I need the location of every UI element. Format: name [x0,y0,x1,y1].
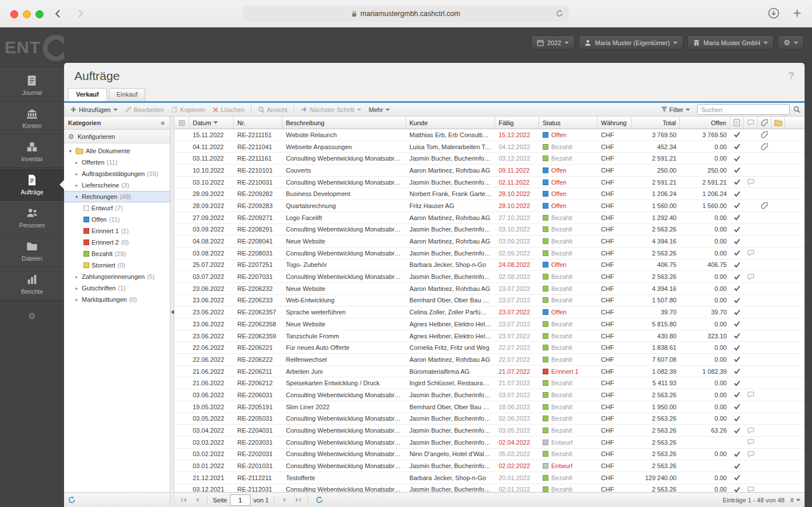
tree-item-erinnert-1[interactable]: Erinnert 1(1) [64,225,170,237]
reload-button[interactable] [556,10,563,19]
view-button[interactable]: Ansicht [254,106,291,114]
table-row[interactable]: 23.06.2022RE-2206233Web-EntwicklungBernh… [174,295,805,307]
filter-button[interactable]: Filter [658,106,694,114]
close-window-button[interactable] [10,10,18,18]
add-button[interactable]: Hinzufügen [67,106,121,114]
tree-item-gutschriften[interactable]: ▸Gutschriften(1) [64,282,170,294]
next-step-button[interactable]: Nächster Schritt [297,106,365,114]
column-header-waehrung[interactable]: Währung [598,117,632,129]
table-row[interactable]: 21.06.2022RE-2206211Arbeiten JuniBüromat… [174,366,805,378]
collapse-panel-button[interactable]: « [160,119,166,127]
table-row[interactable]: 10.10.2022RE-2210101CouvertsAaron Martin… [174,165,805,177]
grid-options-header[interactable] [174,117,189,129]
table-row[interactable]: 21.06.2022RE-2206212Speisekarten Entwick… [174,377,805,389]
sidebar-settings-button[interactable]: ⚙ [0,311,64,321]
table-row[interactable]: 03.12.2021RE-2112031Consulting Webentwic… [174,484,805,492]
tree-item-zahlungserinnerungen[interactable]: ▸Zahlungserinnerungen(5) [64,271,170,282]
column-header-datum[interactable]: Datum [189,117,234,129]
table-row[interactable]: 03.09.2022RE-2208291Consulting Webentwic… [174,224,805,236]
fiscal-year-button[interactable]: 2022 [531,35,575,50]
downloads-button[interactable] [767,7,780,22]
tab-verkauf[interactable]: Verkauf [68,88,107,101]
table-row[interactable]: 21.12.2021RE-2112211TestofferteBarbara J… [174,472,805,484]
tree-item-lieferscheine[interactable]: ▸Lieferscheine(3) [64,179,170,191]
row-number-menu-button[interactable]: # [790,497,801,504]
table-row[interactable]: 03.03.2022RE-2203031Consulting Webentwic… [174,437,805,449]
tree-item-entwurf[interactable]: Entwurf(7) [64,202,170,214]
settings-menu-button[interactable]: ⚙ [778,35,804,50]
panel-splitter[interactable] [170,117,174,507]
tree-item-alle-dokumente[interactable]: ▾Alle Dokumente [64,145,170,157]
table-row[interactable]: 03.06.2022RE-2206031Consulting Webentwic… [174,389,805,401]
column-header-nr[interactable]: Nr. [234,117,282,129]
column-header-comments[interactable] [744,117,758,129]
table-row[interactable]: 03.01.2022RE-2201031Consulting Webentwic… [174,460,805,472]
help-button[interactable]: ? [789,70,794,82]
tree-item-rechnungen[interactable]: ▾Rechnungen(48) [64,191,170,202]
search-button[interactable] [793,106,801,113]
column-header-attachments[interactable] [758,117,771,129]
column-header-booked[interactable] [730,117,744,129]
company-menu-button[interactable]: Maria Muster GmbH [687,35,774,50]
copy-button[interactable]: Kopieren [168,106,209,114]
table-row[interactable]: 03.05.2022RE-2205031Consulting Webentwic… [174,413,805,425]
new-tab-button[interactable] [793,9,802,20]
configure-button[interactable]: ⚙ Konfigurieren [64,130,170,143]
column-header-dossier[interactable] [771,117,785,129]
column-header-status[interactable]: Status [539,117,598,129]
sidebar-item-journal[interactable]: Journal [0,69,64,102]
table-row[interactable]: 15.11.2022RE-2211151Website RelaunchMatt… [174,129,805,141]
collapse-left-icon[interactable] [171,310,174,314]
delete-button[interactable]: Löschen [209,106,248,114]
refresh-button[interactable] [314,495,324,505]
edit-button[interactable]: Bearbeiten [122,106,168,114]
back-button[interactable] [50,6,65,21]
forward-button[interactable] [73,6,88,21]
table-row[interactable]: 27.09.2022RE-2209271Logo FaceliftAaron M… [174,212,805,224]
zoom-window-button[interactable] [35,10,43,18]
tab-einkauf[interactable]: Einkauf [109,88,146,101]
minimize-window-button[interactable] [23,10,31,18]
table-row[interactable]: 03.02.2022RE-2202031Consulting Webentwic… [174,449,805,461]
column-header-faellig[interactable]: Fällig [495,117,539,129]
first-page-button[interactable] [178,495,189,505]
table-row[interactable]: 22.06.2022RE-2206222ReifenwechselAaron M… [174,354,805,366]
table-row[interactable]: 22.06.2022RE-2206221Für neues Auto Offer… [174,342,805,354]
more-button[interactable]: Mehr [365,106,393,114]
table-row[interactable]: 19.05.2022RE-2205191Slim Liner 2022Bernh… [174,401,805,413]
next-page-button[interactable] [280,495,290,505]
sidebar-item-berichte[interactable]: Berichte [0,268,64,301]
table-row[interactable]: 23.06.2022RE-22062357Sprache weiterführe… [174,306,805,318]
column-header-total[interactable]: Total [632,117,680,129]
tree-item-offerten[interactable]: ▸Offerten(11) [64,157,170,168]
column-header-offen[interactable]: Offen [680,117,730,129]
address-bar[interactable]: mariamustergmbh.cashctrl.com [243,6,569,22]
tree-item-storniert[interactable]: Storniert(0) [64,260,170,271]
search-input[interactable] [697,104,790,115]
table-row[interactable]: 04.11.2022RE-2211041Webseite Anpassungen… [174,141,805,153]
table-row[interactable]: 03.07.2022RE-2207031Consulting Webentwic… [174,271,805,283]
prev-page-button[interactable] [192,495,202,505]
table-row[interactable]: 03.11.2022RE-2211161Consulting Webentwic… [174,153,805,165]
page-number-input[interactable] [230,494,250,506]
tree-item-bezahlt[interactable]: Bezahlt(29) [64,248,170,260]
table-row[interactable]: 28.09.2022RE-2209282Business Development… [174,188,805,200]
table-row[interactable]: 04.08.2022RE-2208041Neue WebsiteAaron Ma… [174,235,805,247]
table-row[interactable]: 28.09.2022RE-2209283QuartalsrechnungFrit… [174,200,805,212]
table-row[interactable]: 23.06.2022RE-22062358Neue WebsiteAgnes H… [174,318,805,330]
refresh-button[interactable] [68,496,75,504]
user-menu-button[interactable]: Maria Muster (Eigentümer) [579,35,683,50]
table-row[interactable]: 03.04.2022RE-2204031Consulting Webentwic… [174,425,805,437]
table-row[interactable]: 25.07.2022RE-2207251Togo- ZubehörBarbara… [174,260,805,272]
table-row[interactable]: 23.06.2022RE-2206232Neue WebsiteAaron Ma… [174,283,805,295]
sidebar-item-auftraege[interactable]: Aufträge [0,168,64,201]
tree-item-erinnert-2[interactable]: Erinnert 2(0) [64,237,170,248]
column-header-kunde[interactable]: Kunde [406,117,495,129]
sidebar-item-dateien[interactable]: Dateien [0,234,64,268]
tree-item-marktquittungen[interactable]: ▸Marktquittungen(0) [64,294,170,305]
table-row[interactable]: 03.08.2022RE-2208031Consulting Webentwic… [174,247,805,260]
table-row[interactable]: 23.06.2022RE-22062359Tanzschule FrommAgn… [174,330,805,342]
column-header-beschreibung[interactable]: Beschreibung [282,117,406,129]
sidebar-item-konten[interactable]: Konten [0,102,64,135]
tree-item-auftragsbestätigungen[interactable]: ▸Auftragsbestätigungen(16) [64,168,170,179]
